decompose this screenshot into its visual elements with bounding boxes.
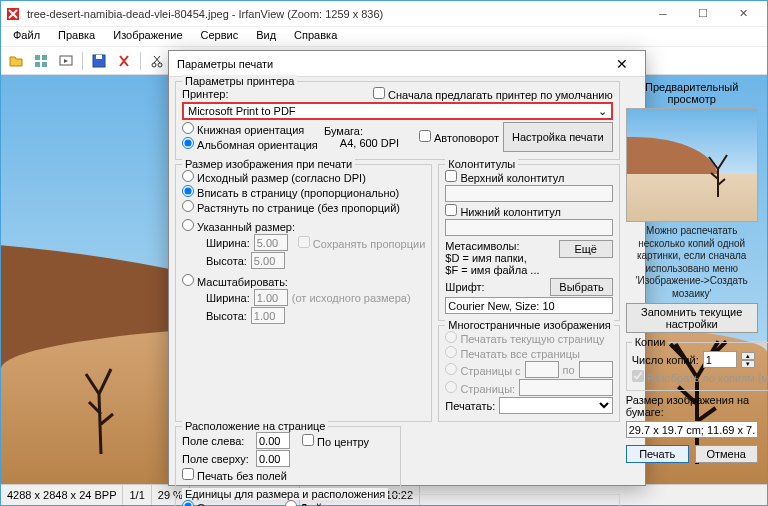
- svg-point-8: [152, 63, 156, 67]
- window-title: tree-desert-namibia-dead-vlei-80454.jpeg…: [27, 8, 643, 20]
- cut-icon[interactable]: [146, 50, 168, 72]
- menu-file[interactable]: Файл: [5, 27, 48, 46]
- print-all-radio: [445, 346, 457, 358]
- svg-rect-4: [42, 62, 47, 67]
- autorotate-label[interactable]: Автоповорот: [419, 130, 499, 144]
- save-icon[interactable]: [88, 50, 110, 72]
- preview-title: Предварительный просмотр: [626, 81, 758, 105]
- height-input[interactable]: [251, 252, 285, 269]
- svg-rect-3: [35, 62, 40, 67]
- status-page: 1/1: [123, 485, 151, 505]
- main-titlebar: tree-desert-namibia-dead-vlei-80454.jpeg…: [1, 1, 767, 27]
- printer-group-title: Параметры принтера: [182, 75, 297, 87]
- printer-selected-value: Microsoft Print to PDF: [188, 105, 296, 117]
- units-group: Единицы для размера и расположения Санти…: [175, 494, 620, 506]
- position-group: Расположение на странице Поле слева: По …: [175, 426, 401, 490]
- image-size-group-title: Размер изображения при печати: [182, 158, 355, 170]
- thumbnails-icon[interactable]: [30, 50, 52, 72]
- menubar: Файл Правка Изображение Сервис Вид Справ…: [1, 27, 767, 47]
- original-size-radio[interactable]: [182, 170, 194, 182]
- inches-radio[interactable]: [285, 500, 297, 506]
- svg-rect-1: [35, 55, 40, 60]
- svg-rect-2: [42, 55, 47, 60]
- close-button[interactable]: ✕: [723, 1, 763, 27]
- scale-radio[interactable]: [182, 274, 194, 286]
- print-pages-select[interactable]: [499, 397, 612, 414]
- paper-size-label: Размер изображения на бумаге:: [626, 394, 758, 418]
- menu-view[interactable]: Вид: [248, 27, 284, 46]
- print-preview: [626, 108, 758, 222]
- minimize-button[interactable]: ─: [643, 1, 683, 27]
- portrait-radio-label[interactable]: Книжная ориентация: [182, 122, 304, 136]
- select-font-button[interactable]: Выбрать: [550, 278, 612, 296]
- width-input[interactable]: [254, 234, 288, 251]
- svg-rect-7: [96, 55, 102, 59]
- copies-up[interactable]: ▴: [741, 352, 755, 360]
- app-icon: [5, 6, 21, 22]
- font-value-input[interactable]: [445, 297, 612, 314]
- chevron-down-icon: ⌄: [598, 105, 607, 118]
- offer-default-checkbox[interactable]: [373, 87, 385, 99]
- dialog-close-button[interactable]: ✕: [607, 51, 637, 77]
- no-margins-checkbox[interactable]: [182, 468, 194, 480]
- pages-list-radio: [445, 381, 457, 393]
- menu-help[interactable]: Справка: [286, 27, 345, 46]
- window-controls: ─ ☐ ✕: [643, 1, 763, 27]
- toolbar-separator: [82, 52, 83, 70]
- status-dimensions: 4288 x 2848 x 24 BPP: [1, 485, 123, 505]
- dialog-title: Параметры печати: [177, 58, 607, 70]
- copies-input[interactable]: [703, 351, 737, 368]
- menu-edit[interactable]: Правка: [50, 27, 103, 46]
- scale-width-input[interactable]: [254, 289, 288, 306]
- header-input[interactable]: [445, 185, 612, 202]
- svg-point-9: [158, 63, 162, 67]
- delete-icon[interactable]: [113, 50, 135, 72]
- paper-label: Бумага:: [324, 125, 415, 137]
- cm-radio[interactable]: [182, 500, 194, 506]
- header-checkbox[interactable]: [445, 170, 457, 182]
- print-current-radio: [445, 331, 457, 343]
- collate-checkbox: [632, 370, 644, 382]
- mosaic-info-text: Можно распечатать несколько копий одной …: [626, 225, 758, 300]
- offer-default-label[interactable]: Сначала предлагать принтер по умолчанию: [373, 87, 613, 101]
- printer-select[interactable]: Microsoft Print to PDF ⌄: [182, 102, 613, 120]
- multipage-group: Многостраничные изображения Печатать тек…: [438, 325, 619, 422]
- slideshow-icon[interactable]: [55, 50, 77, 72]
- print-button[interactable]: Печать: [626, 445, 689, 463]
- cancel-button[interactable]: Отмена: [695, 445, 758, 463]
- menu-service[interactable]: Сервис: [193, 27, 247, 46]
- copies-group: Копии Число копий: ▴▾ Разобрать по копия…: [626, 336, 768, 391]
- print-dialog: Параметры печати ✕ Параметры принтера Пр…: [168, 50, 646, 486]
- top-margin-input[interactable]: [256, 450, 290, 467]
- landscape-radio[interactable]: [182, 137, 194, 149]
- header-footer-group: Колонтитулы Верхний колонтитул Нижний ко…: [438, 164, 619, 321]
- paper-size-value: [626, 421, 758, 438]
- dialog-titlebar: Параметры печати ✕: [169, 51, 645, 77]
- left-margin-input[interactable]: [256, 432, 290, 449]
- menu-image[interactable]: Изображение: [105, 27, 190, 46]
- remember-settings-button[interactable]: Запомнить текущие настройки: [626, 303, 758, 333]
- toolbar-separator-2: [140, 52, 141, 70]
- footer-checkbox[interactable]: [445, 204, 457, 216]
- more-button[interactable]: Ещё: [559, 240, 613, 258]
- keep-aspect-checkbox[interactable]: [298, 236, 310, 248]
- copies-down[interactable]: ▾: [741, 360, 755, 368]
- scale-height-input[interactable]: [251, 307, 285, 324]
- open-icon[interactable]: [5, 50, 27, 72]
- center-checkbox[interactable]: [302, 434, 314, 446]
- print-setup-button[interactable]: Настройка печати: [503, 122, 613, 152]
- stretch-radio[interactable]: [182, 200, 194, 212]
- printer-label: Принтер:: [182, 88, 228, 100]
- image-size-group: Размер изображения при печати Исходный р…: [175, 164, 432, 422]
- footer-input[interactable]: [445, 219, 612, 236]
- maximize-button[interactable]: ☐: [683, 1, 723, 27]
- paper-value: A4, 600 DPI: [324, 137, 415, 149]
- autorotate-checkbox[interactable]: [419, 130, 431, 142]
- custom-size-radio[interactable]: [182, 219, 194, 231]
- portrait-radio[interactable]: [182, 122, 194, 134]
- landscape-radio-label[interactable]: Альбомная ориентация: [182, 137, 318, 151]
- fit-page-radio[interactable]: [182, 185, 194, 197]
- printer-group: Параметры принтера Принтер: Сначала пред…: [175, 81, 620, 160]
- pages-from-radio: [445, 363, 457, 375]
